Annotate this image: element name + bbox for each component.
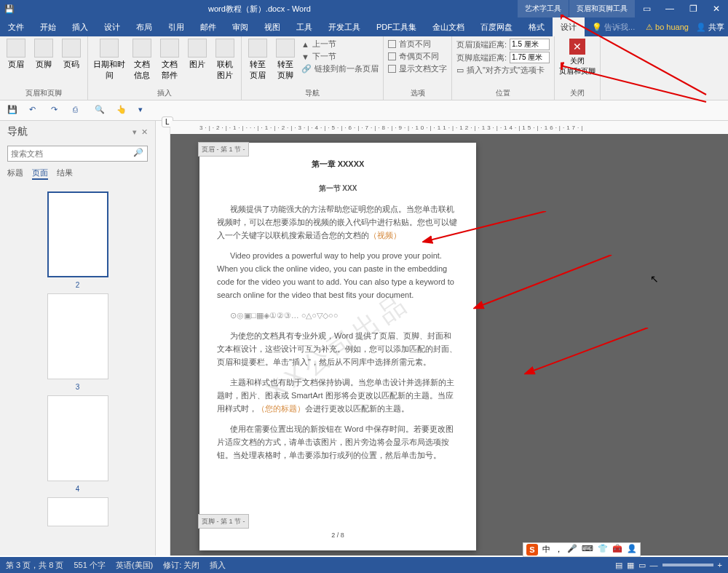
- thumb-page-4[interactable]: 4: [47, 395, 108, 493]
- tab-file[interactable]: 文件: [0, 17, 32, 36]
- next-section-button[interactable]: ▼ 下一节: [301, 51, 379, 62]
- nav-tab-pages[interactable]: 页面: [32, 167, 48, 180]
- zoom-icon[interactable]: 🔍: [95, 105, 106, 116]
- zoom-out-icon[interactable]: —: [650, 561, 658, 569]
- tab-format[interactable]: 格式: [521, 17, 553, 36]
- zoom-slider[interactable]: [662, 564, 713, 566]
- horizontal-ruler[interactable]: 3·|·2·|·1·|···|·1·|·2·|·3·|·4·|·5·|·6·|·…: [170, 121, 728, 134]
- vertical-ruler[interactable]: L: [156, 121, 170, 556]
- page-status[interactable]: 第 3 页，共 8 页: [6, 560, 63, 571]
- document-area[interactable]: 3·|·2·|·1·|···|·1·|·2·|·3·|·4·|·5·|·6·|·…: [170, 121, 728, 556]
- tab-design[interactable]: 设计: [96, 17, 128, 36]
- ime-toolbar[interactable]: S 中 ， 🎤 ⌨ 👕 🧰 👤: [523, 542, 641, 557]
- title-bar: 💾 word教程（新）.docx - Word 艺术字工具 页眉和页脚工具 ▭ …: [0, 0, 728, 17]
- close-icon[interactable]: ✕: [705, 0, 728, 17]
- tab-baidu[interactable]: 百度网盘: [472, 17, 521, 36]
- track-status[interactable]: 修订: 关闭: [163, 560, 199, 571]
- thumb-page-5[interactable]: [47, 497, 108, 526]
- warning-icon[interactable]: ⚠ bo huang: [646, 23, 689, 32]
- docinfo-button[interactable]: 文档信息: [130, 39, 154, 81]
- first-different-checkbox[interactable]: 首页不同: [388, 39, 447, 50]
- view-read-icon[interactable]: ▤: [615, 561, 622, 570]
- view-web-icon[interactable]: ▭: [638, 561, 646, 570]
- link-previous-button[interactable]: 🔗 链接到前一条页眉: [301, 63, 379, 74]
- view-print-icon[interactable]: ▦: [627, 561, 634, 570]
- show-doctext-checkbox[interactable]: 显示文档文字: [388, 63, 447, 74]
- redo-icon[interactable]: ↷: [51, 105, 63, 116]
- docpart-button[interactable]: 文档部件: [158, 39, 181, 81]
- nav-search-input[interactable]: [7, 146, 148, 162]
- tab-layout[interactable]: 布局: [128, 17, 160, 36]
- navigation-pane: 导航 ▾ ✕ 🔎 标题 页面 结果 2 3 4: [0, 121, 156, 556]
- save-icon[interactable]: 💾: [4, 4, 15, 14]
- tab-hf-design[interactable]: 设计: [553, 17, 585, 36]
- group-options: 首页不同 奇偶页不同 显示文档文字 选项: [384, 36, 452, 100]
- quick-access-toolbar: 💾 ↶ ↷ ⎙ 🔍 👆 ▾: [0, 100, 728, 121]
- tab-mailings[interactable]: 邮件: [192, 17, 224, 36]
- thumb-page-2[interactable]: 2: [47, 191, 108, 289]
- goto-header-button[interactable]: 转至页眉: [246, 39, 269, 81]
- close-headerfooter-button[interactable]: ✕ 关闭 页眉和页脚: [559, 39, 596, 76]
- more-icon[interactable]: ▾: [138, 105, 150, 116]
- contextual-tab-headerfooter[interactable]: 页眉和页脚工具: [569, 0, 635, 17]
- footer-bottom-spinner[interactable]: [510, 52, 550, 63]
- ribbon-display-icon[interactable]: ▭: [635, 0, 658, 17]
- header-button[interactable]: 页眉: [4, 39, 28, 70]
- print-icon[interactable]: ⎙: [73, 105, 84, 116]
- undo-icon[interactable]: ↶: [29, 105, 41, 116]
- save-icon[interactable]: 💾: [7, 105, 19, 116]
- onlinepic-button[interactable]: 联机图片: [213, 39, 237, 81]
- nav-close-icon[interactable]: ✕: [141, 127, 148, 137]
- ime-mic-icon[interactable]: 🎤: [567, 544, 577, 556]
- sogou-icon[interactable]: S: [526, 544, 538, 556]
- minimize-icon[interactable]: —: [658, 0, 681, 17]
- word-count[interactable]: 551 个字: [74, 560, 105, 571]
- window-title: word教程（新）.docx - Word: [19, 4, 517, 15]
- ime-skin-icon[interactable]: 👕: [598, 544, 608, 556]
- header-top-spinner[interactable]: [510, 39, 550, 50]
- nav-dropdown-icon[interactable]: ▾: [132, 127, 137, 137]
- footer-button[interactable]: 页脚: [32, 39, 55, 70]
- page-thumbnails[interactable]: 2 3 4: [0, 183, 155, 535]
- ime-punct-icon[interactable]: ，: [555, 544, 563, 556]
- picture-button[interactable]: 图片: [186, 39, 209, 81]
- ribbon: 页眉 页脚 页码 页眉和页脚 日期和时间 文档信息 文档部件 图片 联机图片 插…: [0, 36, 728, 100]
- paragraph: Video provides a powerful way to help yo…: [217, 249, 459, 301]
- tab-view[interactable]: 视图: [256, 17, 288, 36]
- search-icon[interactable]: 🔎: [133, 148, 143, 157]
- nav-tab-headings[interactable]: 标题: [7, 167, 23, 180]
- goto-footer-button[interactable]: 转至页脚: [274, 39, 297, 81]
- ime-lang[interactable]: 中: [542, 544, 550, 556]
- ime-input-icon[interactable]: ⌨: [582, 544, 593, 556]
- tell-me-input[interactable]: 💡 告诉我...: [592, 22, 635, 33]
- nav-tab-results[interactable]: 结果: [57, 167, 73, 180]
- pagenum-button[interactable]: 页码: [60, 39, 83, 70]
- tab-pdf[interactable]: PDF工具集: [368, 17, 424, 36]
- restore-icon[interactable]: ❐: [681, 0, 705, 17]
- group-headerfooter: 页眉 页脚 页码 页眉和页脚: [0, 36, 88, 100]
- datetime-icon: [100, 39, 119, 58]
- group-insert: 日期和时间 文档信息 文档部件 图片 联机图片 插入: [88, 36, 242, 100]
- ime-user-icon[interactable]: 👤: [627, 544, 637, 556]
- prev-section-button[interactable]: ▲ 上一节: [301, 39, 379, 50]
- footer-section-label: 页脚 - 第 1 节 -: [198, 514, 249, 529]
- nav-title: 导航: [7, 125, 132, 138]
- tab-home[interactable]: 开始: [32, 17, 64, 36]
- tab-insert[interactable]: 插入: [64, 17, 96, 36]
- datetime-button[interactable]: 日期和时间: [92, 39, 126, 81]
- share-button[interactable]: 👤 共享: [696, 22, 724, 33]
- touch-icon[interactable]: 👆: [116, 105, 128, 116]
- thumb-page-3[interactable]: 3: [47, 293, 108, 391]
- ime-toolbox-icon[interactable]: 🧰: [612, 544, 622, 556]
- tab-review[interactable]: 审阅: [224, 17, 256, 36]
- contextual-tab-wordart[interactable]: 艺术字工具: [517, 0, 569, 17]
- language-status[interactable]: 英语(美国): [116, 560, 153, 571]
- align-tab-button[interactable]: ▭ 插入"对齐方式"选项卡: [456, 65, 550, 76]
- zoom-in-icon[interactable]: +: [718, 561, 722, 569]
- insert-mode[interactable]: 插入: [210, 560, 226, 571]
- tab-devtools[interactable]: 开发工具: [320, 17, 368, 36]
- tab-kingsoft[interactable]: 金山文档: [424, 17, 472, 36]
- odd-even-checkbox[interactable]: 奇偶页不同: [388, 51, 447, 62]
- tab-tools[interactable]: 工具: [288, 17, 320, 36]
- tab-references[interactable]: 引用: [160, 17, 192, 36]
